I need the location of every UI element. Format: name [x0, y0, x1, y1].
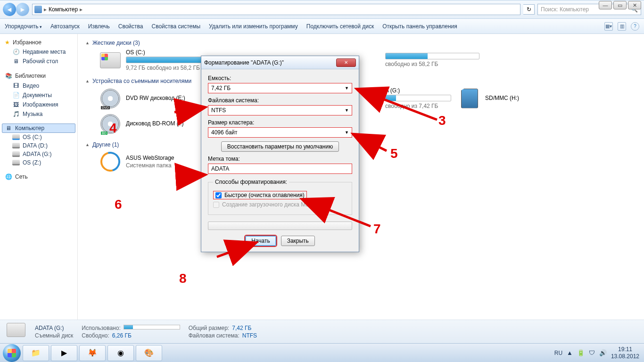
nav-forward-button[interactable]: ►: [16, 3, 29, 16]
format-dialog: Форматирование "ADATA (G:)" ✕ Емкость: 7…: [201, 56, 359, 252]
desktop-icon: 🖥: [12, 58, 20, 65]
cluster-label: Размер кластера:: [208, 119, 352, 126]
section-other[interactable]: ▲Другие (1): [85, 141, 636, 148]
chevron-right-icon: ▸: [80, 6, 83, 13]
section-removable[interactable]: ▲Устройства со съемными носителями: [85, 78, 636, 84]
search-placeholder: Поиск: Компьютер: [541, 6, 589, 13]
sidebar-drive-osz[interactable]: OS (Z:): [2, 158, 75, 167]
view-mode-button[interactable]: ▦▾: [604, 22, 613, 31]
content-area: ▲Жесткие диски (3) OS (C:) 9,72 ГБ свобо…: [78, 34, 644, 320]
close-button[interactable]: Закрыть: [281, 236, 315, 246]
sidebar-libraries-header[interactable]: 📚Библиотеки: [2, 71, 75, 81]
status-bar: ADATA (G:) Съемный диск Использовано: Св…: [0, 320, 644, 343]
sidebar-drive-datad[interactable]: DATA (D:): [2, 141, 75, 150]
drive-icon: [12, 160, 20, 165]
sidebar-computer[interactable]: 🖥Компьютер: [2, 123, 75, 133]
sidebar-music[interactable]: 🎵Музыка: [2, 109, 75, 119]
refresh-button[interactable]: ↻: [523, 4, 535, 15]
toolbar-controlpanel[interactable]: Открыть панель управления: [382, 23, 457, 30]
progress-bar: [208, 222, 352, 230]
taskbar-explorer[interactable]: 📁: [23, 345, 49, 361]
dvd-icon: DVD: [100, 89, 120, 108]
section-hdd[interactable]: ▲Жесткие диски (3): [85, 40, 636, 46]
drive-icon: [12, 134, 20, 140]
cluster-select[interactable]: 4096 байт▼: [208, 127, 352, 138]
annotation-5: 5: [390, 146, 398, 161]
drive-subtext: свободно из 58,2 ГБ: [385, 61, 545, 67]
annotation-3: 3: [438, 113, 446, 128]
status-fs-label: Файловая система:: [189, 332, 239, 339]
taskbar-firefox[interactable]: 🦊: [79, 345, 106, 361]
restore-defaults-button[interactable]: Восстановить параметры по умолчанию: [221, 141, 339, 152]
toolbar-eject[interactable]: Извлечь: [88, 23, 110, 30]
drive-bd-i[interactable]: BD Дисковод BD-ROM (I:): [99, 113, 217, 135]
taskbar-app[interactable]: ◉: [107, 345, 134, 361]
format-options-group: Способы форматирования: Быстрое (очистка…: [208, 179, 352, 215]
toolbar-uninstall[interactable]: Удалить или изменить программу: [209, 23, 298, 30]
drive-dvd-e[interactable]: DVD DVD RW дисковод (E:): [99, 87, 217, 109]
volume-label-input[interactable]: [208, 164, 352, 174]
filesystem-label: Файловая система:: [208, 97, 352, 104]
language-indicator[interactable]: RU: [554, 350, 562, 356]
filesystem-select[interactable]: NTFS▼: [208, 105, 352, 115]
toolbar-mapdrive[interactable]: Подключить сетевой диск: [306, 23, 374, 30]
drive-hidden[interactable]: свободно из 58,2 ГБ: [385, 49, 545, 71]
annotation-8: 8: [179, 271, 187, 286]
breadcrumb-root[interactable]: Компьютер: [49, 6, 78, 13]
annotation-4: 4: [109, 121, 117, 136]
capacity-select[interactable]: 7,42 ГБ▼: [208, 83, 352, 93]
sidebar-drive-osc[interactable]: OS (C:): [2, 133, 75, 141]
sidebar-pictures[interactable]: 🖼Изображения: [2, 100, 75, 109]
close-window-button[interactable]: ✕: [628, 1, 641, 9]
windows-icon: [8, 349, 16, 357]
sidebar-recent[interactable]: 🕘Недавние места: [2, 47, 75, 57]
music-icon: 🎵: [12, 110, 20, 118]
tray-power-icon[interactable]: 🔋: [577, 349, 585, 356]
tray-clock[interactable]: 19:11 13.08.2012: [611, 346, 639, 360]
status-drive-type: Съемный диск: [35, 332, 73, 339]
sidebar-documents[interactable]: 📄Документы: [2, 90, 75, 100]
taskbar-vlc[interactable]: ▶: [51, 345, 77, 361]
sidebar-network[interactable]: 🌐Сеть: [2, 172, 75, 182]
start-button[interactable]: [3, 344, 21, 362]
status-drive-name: ADATA (G:): [35, 325, 73, 331]
status-used-label: Использовано:: [82, 325, 120, 331]
sidebar-favorites-header[interactable]: ★Избранное: [2, 38, 75, 47]
capacity-label: Емкость:: [208, 75, 352, 82]
hdd-icon: [100, 52, 121, 68]
volume-label-label: Метка тома:: [208, 156, 352, 162]
status-free-value: 6,26 ГБ: [112, 332, 132, 339]
cloud-sync-icon: [97, 148, 124, 175]
sidebar-drive-adatag[interactable]: ADATA (G:): [2, 150, 75, 158]
capacity-bar: [385, 53, 479, 59]
taskbar-paint[interactable]: 🎨: [136, 345, 162, 361]
sidebar-videos[interactable]: 🎞Видео: [2, 81, 75, 90]
taskbar: 📁 ▶ 🦊 ◉ 🎨 RU ▲ 🔋 🛡 🔊 19:11 13.08.2012: [0, 343, 644, 362]
minimize-button[interactable]: —: [599, 1, 612, 9]
drive-sdmmc[interactable]: SD/MMC (H:): [459, 87, 544, 109]
msdos-boot-checkbox: [213, 202, 219, 208]
sdcard-icon: [461, 89, 478, 108]
toolbar-autorun[interactable]: Автозапуск: [50, 23, 80, 30]
help-button[interactable]: ?: [631, 22, 639, 31]
toolbar-organize[interactable]: Упорядочить: [5, 23, 42, 30]
start-button[interactable]: Начать: [245, 236, 276, 246]
toolbar-properties[interactable]: Свойства: [118, 23, 143, 30]
nav-back-button[interactable]: ◄: [3, 3, 16, 16]
chevron-down-icon: ▼: [345, 86, 349, 90]
status-total-value: 7,42 ГБ: [232, 325, 251, 331]
tray-volume-icon[interactable]: 🔊: [599, 349, 607, 356]
preview-pane-button[interactable]: ▥: [618, 22, 626, 31]
sidebar-desktop[interactable]: 🖥Рабочий стол: [2, 57, 75, 66]
maximize-button[interactable]: ▭: [613, 1, 627, 9]
tray-shield-icon[interactable]: ▲: [567, 349, 573, 356]
dialog-close-button[interactable]: ✕: [336, 58, 356, 67]
video-icon: 🎞: [12, 82, 20, 90]
quick-format-checkbox[interactable]: [215, 192, 222, 198]
drive-icon: [7, 323, 25, 337]
status-total-label: Общий размер:: [189, 325, 229, 331]
tray-network-icon[interactable]: 🛡: [589, 349, 595, 356]
sidebar: ★Избранное 🕘Недавние места 🖥Рабочий стол…: [0, 34, 78, 320]
toolbar-sysprops[interactable]: Свойства системы: [151, 23, 200, 30]
breadcrumb[interactable]: ▸ Компьютер ▸: [32, 4, 520, 15]
